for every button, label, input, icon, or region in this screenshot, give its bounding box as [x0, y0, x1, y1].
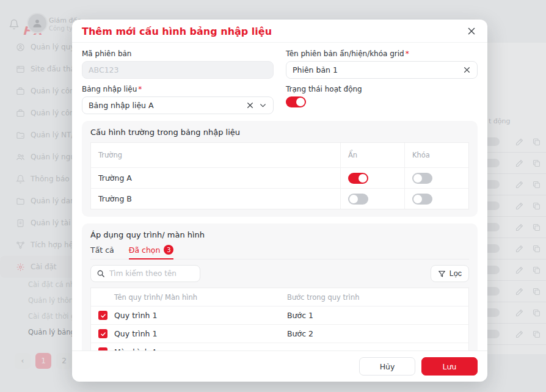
- clear-icon[interactable]: [463, 66, 471, 74]
- field-input-table: Bảng nhập liệu* Bảng nhập liệu A: [82, 85, 274, 114]
- table-row: Quy trình 1 Bước 2: [91, 324, 468, 343]
- funnel-icon: [438, 270, 446, 278]
- modal-title: Thêm mới cấu hình bảng nhập liệu: [82, 26, 272, 37]
- field-label: Tên phiên bản ẩn/hiện/khóa grid*: [286, 49, 478, 58]
- table-header-row: Tên quy trình/ Màn hình Bước trong quy t…: [91, 288, 468, 306]
- search-input[interactable]: [109, 269, 194, 278]
- cancel-button[interactable]: Hủy: [359, 357, 415, 376]
- field-config-table: Trường Ẩn Khóa Trường A Trường B: [90, 142, 469, 209]
- save-button[interactable]: Lưu: [421, 357, 478, 376]
- table-row: Trường A: [91, 167, 468, 188]
- column-header: Tên quy trình/ Màn hình: [91, 293, 280, 302]
- search-box[interactable]: [90, 265, 200, 282]
- apply-table: Tên quy trình/ Màn hình Bước trong quy t…: [90, 288, 469, 350]
- chevron-down-icon[interactable]: [259, 101, 267, 109]
- modal-header: Thêm mới cấu hình bảng nhập liệu: [72, 20, 487, 43]
- search-icon: [96, 269, 105, 278]
- column-header: Trường: [91, 151, 340, 159]
- hidden-toggle[interactable]: [348, 194, 368, 205]
- field-label: Bảng nhập liệu*: [82, 85, 274, 93]
- tabs: Tất cả Đã chọn 3: [90, 245, 469, 260]
- apply-section: Áp dụng quy trình/ màn hình Tất cả Đã ch…: [82, 223, 478, 350]
- status-active-toggle[interactable]: [286, 96, 306, 107]
- close-icon[interactable]: [465, 25, 478, 37]
- row-checkbox[interactable]: [98, 311, 107, 320]
- tab-selected[interactable]: Đã chọn 3: [129, 245, 174, 260]
- column-header: Bước trong quy trình: [280, 293, 468, 302]
- clear-icon[interactable]: [246, 101, 254, 109]
- column-header: Khóa: [404, 143, 468, 167]
- add-config-modal: Thêm mới cấu hình bảng nhập liệu Mã phiê…: [72, 20, 487, 382]
- filter-button[interactable]: Lọc: [431, 265, 469, 282]
- table-header-row: Trường Ẩn Khóa: [91, 143, 468, 167]
- modal-body: Mã phiên bản ABC123 Tên phiên bản ẩn/hiệ…: [72, 43, 487, 350]
- field-config-section: Cấu hình trường trong bảng nhập liệu Trư…: [82, 121, 478, 217]
- input-table-select[interactable]: Bảng nhập liệu A: [82, 96, 274, 114]
- hidden-toggle[interactable]: [348, 173, 368, 184]
- table-row: Màn hình A: [91, 343, 468, 350]
- field-label: Trạng thái hoạt động: [286, 85, 478, 93]
- column-header: Ẩn: [340, 143, 404, 167]
- locked-toggle[interactable]: [412, 194, 432, 205]
- modal-footer: Hủy Lưu: [72, 350, 487, 382]
- table-row: Trường B: [91, 188, 468, 209]
- field-version-name: Tên phiên bản ẩn/hiện/khóa grid* Phiên b…: [286, 49, 478, 79]
- field-label: Mã phiên bản: [82, 49, 274, 58]
- version-code-input: ABC123: [82, 61, 274, 79]
- field-version-code: Mã phiên bản ABC123: [82, 49, 274, 79]
- row-checkbox[interactable]: [98, 329, 107, 338]
- required-asterisk: *: [138, 85, 142, 93]
- field-config-title: Cấu hình trường trong bảng nhập liệu: [90, 128, 469, 137]
- apply-section-title: Áp dụng quy trình/ màn hình: [90, 230, 469, 239]
- required-asterisk: *: [406, 49, 409, 58]
- selected-count-badge: 3: [164, 245, 173, 255]
- tab-all[interactable]: Tất cả: [90, 245, 114, 260]
- version-name-input[interactable]: Phiên bản 1: [286, 61, 478, 79]
- field-status: Trạng thái hoạt động: [286, 85, 478, 114]
- locked-toggle[interactable]: [412, 173, 432, 184]
- table-row: Quy trình 1 Bước 1: [91, 306, 468, 324]
- table-controls: Lọc: [90, 265, 469, 282]
